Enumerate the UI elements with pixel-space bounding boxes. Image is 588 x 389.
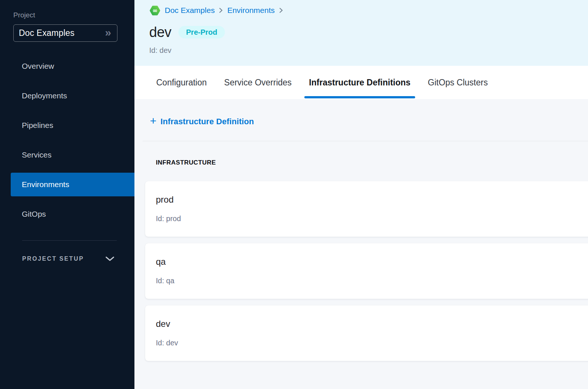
tab-configuration[interactable]: Configuration: [151, 66, 212, 99]
title-row: dev Pre-Prod: [149, 25, 588, 39]
project-label: Project: [13, 11, 134, 19]
add-button-label: Infrastructure Definition: [161, 117, 254, 126]
sidebar-divider: [22, 240, 117, 241]
env-type-badge: Pre-Prod: [178, 26, 225, 38]
infrastructure-name: qa: [156, 257, 588, 267]
tab-infrastructure-definitions[interactable]: Infrastructure Definitions: [304, 66, 416, 99]
plus-icon: +: [150, 115, 157, 126]
add-infrastructure-definition-button[interactable]: + Infrastructure Definition: [150, 116, 254, 127]
active-tab-underline: [304, 96, 416, 98]
breadcrumb: ∞ Doc Examples Environments: [149, 4, 588, 16]
breadcrumb-link-project[interactable]: Doc Examples: [165, 6, 215, 15]
sidebar-item-gitops[interactable]: GitOps: [0, 202, 134, 226]
add-row: + Infrastructure Definition: [134, 112, 588, 131]
tab-content: + Infrastructure Definition INFRASTRUCTU…: [134, 99, 588, 389]
sidebar-item-pipelines[interactable]: Pipelines: [0, 114, 134, 137]
infrastructure-list: prod Id: prod qa Id: qa dev Id: dev: [145, 181, 588, 361]
main-area: ∞ Doc Examples Environments dev: [134, 0, 588, 389]
infrastructure-card-dev[interactable]: dev Id: dev: [145, 305, 588, 361]
chevron-right-icon: [279, 7, 283, 14]
tab-bar: Configuration Service Overrides Infrastr…: [134, 66, 588, 99]
infrastructure-id: Id: dev: [156, 338, 588, 347]
chevron-down-icon[interactable]: [105, 256, 114, 261]
breadcrumb-link-environments[interactable]: Environments: [227, 6, 274, 15]
environments-module-icon: ∞: [149, 5, 161, 16]
svg-text:∞: ∞: [153, 7, 158, 14]
sidebar-item-deployments[interactable]: Deployments: [0, 84, 134, 108]
chevron-right-icon: [219, 7, 223, 14]
infrastructure-card-prod[interactable]: prod Id: prod: [145, 181, 588, 237]
entity-id-text: Id: dev: [149, 46, 588, 55]
project-setup-label: PROJECT SETUP: [22, 256, 84, 262]
tab-gitops-clusters[interactable]: GitOps Clusters: [423, 66, 492, 99]
sidebar-nav: Overview Deployments Pipelines Services …: [0, 54, 134, 226]
infrastructure-id: Id: prod: [156, 214, 588, 223]
sidebar: Project Doc Examples » Overview Deployme…: [0, 0, 134, 389]
page-header: ∞ Doc Examples Environments dev: [134, 0, 588, 66]
project-selector-value: Doc Examples: [19, 28, 75, 38]
project-selector[interactable]: Doc Examples »: [13, 24, 117, 42]
sidebar-item-environments[interactable]: Environments: [11, 173, 134, 196]
page-title: dev: [149, 25, 171, 39]
content-divider: [143, 141, 588, 141]
infrastructure-card-qa[interactable]: qa Id: qa: [145, 243, 588, 299]
project-setup-toggle[interactable]: PROJECT SETUP: [0, 253, 134, 264]
infrastructure-name: prod: [156, 194, 588, 205]
tab-label: Infrastructure Definitions: [309, 78, 411, 88]
sidebar-item-services[interactable]: Services: [0, 143, 134, 167]
infrastructure-name: dev: [156, 319, 588, 329]
tab-service-overrides[interactable]: Service Overrides: [219, 66, 297, 99]
sidebar-item-overview[interactable]: Overview: [0, 54, 134, 78]
infrastructure-section-heading: INFRASTRUCTURE: [156, 159, 588, 166]
double-chevron-right-icon[interactable]: »: [105, 27, 111, 38]
app-root: Project Doc Examples » Overview Deployme…: [0, 0, 588, 389]
infrastructure-id: Id: qa: [156, 276, 588, 285]
